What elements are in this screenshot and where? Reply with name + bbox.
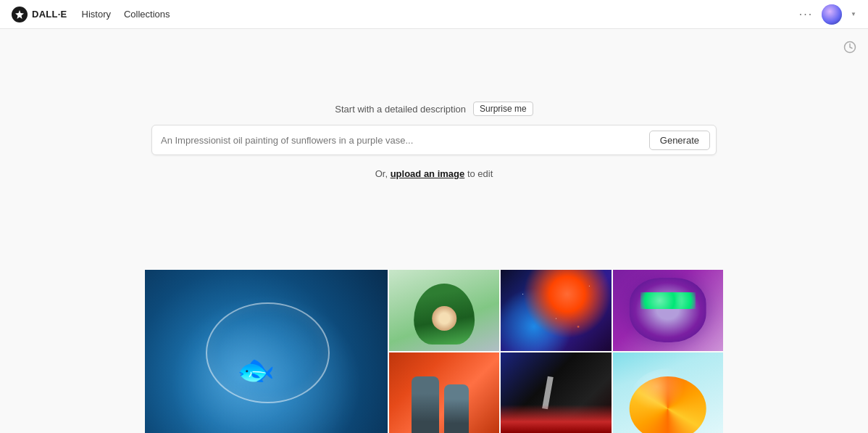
fishbowl-image xyxy=(145,270,388,433)
more-options-button[interactable]: ··· xyxy=(799,8,813,21)
generate-button[interactable]: Generate xyxy=(649,131,710,150)
upload-suffix: to edit xyxy=(467,168,493,179)
upload-prefix: Or, xyxy=(375,168,388,179)
gallery-column-middle xyxy=(389,270,499,433)
gallery-item-dark-abstract[interactable] xyxy=(501,352,611,434)
gallery-column-right-mid xyxy=(501,270,611,433)
prompt-input[interactable] xyxy=(161,135,649,146)
prompt-input-row: Generate xyxy=(151,125,717,155)
gallery-item-figures[interactable] xyxy=(389,352,499,434)
description-label: Start with a detailed description xyxy=(335,104,466,115)
app-name: DALL·E xyxy=(32,9,67,20)
nav-links: History Collections xyxy=(82,9,170,20)
figures-image xyxy=(389,352,499,434)
logo-icon xyxy=(12,7,28,22)
avocado-chair-image xyxy=(389,270,499,351)
gallery-item-orange[interactable] xyxy=(613,352,723,434)
gallery-item-purple-creature[interactable] xyxy=(613,270,723,351)
main-content: Start with a detailed description Surpri… xyxy=(0,29,868,179)
collections-link[interactable]: Collections xyxy=(124,9,170,20)
nav-right: ··· ▼ xyxy=(799,4,856,25)
gallery-item-avocado-chair[interactable] xyxy=(389,270,499,351)
avatar-image xyxy=(822,4,842,25)
upload-image-link[interactable]: upload an image xyxy=(391,168,465,179)
gallery-column-far-right xyxy=(613,270,723,433)
upload-row: Or, upload an image to edit xyxy=(375,168,493,179)
history-link[interactable]: History xyxy=(82,9,111,20)
image-gallery xyxy=(0,270,868,433)
dark-abstract-image xyxy=(501,352,611,434)
description-row: Start with a detailed description Surpri… xyxy=(335,102,533,116)
space-fighter-image xyxy=(501,270,611,351)
user-avatar[interactable] xyxy=(822,4,842,25)
orange-image xyxy=(613,352,723,434)
dalle-icon xyxy=(14,9,25,20)
gallery-item-space-fighter[interactable] xyxy=(501,270,611,351)
purple-creature-image xyxy=(613,270,723,351)
app-logo[interactable]: DALL·E xyxy=(12,7,67,22)
top-navigation: DALL·E History Collections ··· ▼ xyxy=(0,0,868,29)
surprise-me-button[interactable]: Surprise me xyxy=(473,102,533,116)
history-icon[interactable] xyxy=(843,41,856,57)
gallery-item-fishbowl[interactable] xyxy=(145,270,388,433)
avatar-chevron-icon[interactable]: ▼ xyxy=(851,11,856,17)
